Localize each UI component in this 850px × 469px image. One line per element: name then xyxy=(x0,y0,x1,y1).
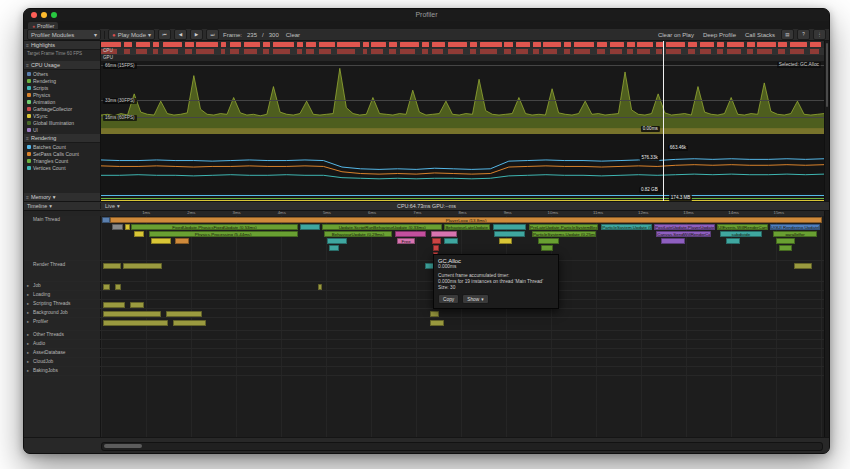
frame-block[interactable] xyxy=(136,42,150,47)
frame-block[interactable] xyxy=(273,42,294,47)
flame-segment[interactable]: UIEvents.WillRenderCanvases (0.2ms) xyxy=(717,224,768,230)
frame-block[interactable] xyxy=(400,42,419,47)
flame-segment[interactable] xyxy=(103,320,168,326)
flame-segment[interactable] xyxy=(115,284,121,290)
frame-block[interactable] xyxy=(778,42,787,47)
flame-segment[interactable]: subdivide xyxy=(720,231,762,237)
live-dropdown[interactable]: Live ▾ xyxy=(101,203,124,209)
flame-segment[interactable] xyxy=(329,245,339,251)
flame-segment[interactable] xyxy=(541,245,553,251)
profiler-modules-dropdown[interactable]: Profiler Modules ▾ xyxy=(27,29,101,40)
legend-item[interactable]: Others xyxy=(24,70,100,77)
legend-item[interactable]: Batches Count xyxy=(24,143,100,150)
chevron-right-icon[interactable]: ▸ xyxy=(27,283,31,288)
frame-block[interactable] xyxy=(196,42,218,47)
flame-segment[interactable]: Free xyxy=(397,238,414,244)
flame-segment[interactable] xyxy=(112,224,124,230)
flame-segment[interactable]: UGUI.Rendering.UpdateBatches (0.27ms) xyxy=(770,224,821,230)
frame-block[interactable] xyxy=(153,42,159,47)
flame-segment[interactable] xyxy=(103,302,125,308)
frame-block[interactable] xyxy=(432,42,445,47)
flame-segment[interactable] xyxy=(327,238,347,244)
frame-block[interactable] xyxy=(185,42,194,47)
thread-label[interactable]: ▸Audio xyxy=(24,340,101,348)
frame-block[interactable] xyxy=(470,42,477,47)
frame-block[interactable] xyxy=(810,42,822,47)
legend-item[interactable]: Global Illumination xyxy=(24,119,100,126)
cpu-usage-chart[interactable]: 66ms (15FPS)33ms (30FPS)16ms (60FPS) xyxy=(101,61,824,135)
frame-block[interactable] xyxy=(688,42,697,47)
frame-block[interactable] xyxy=(666,42,685,47)
frame-block[interactable] xyxy=(448,42,467,47)
flame-segment[interactable] xyxy=(318,284,322,290)
flame-segment[interactable]: Canvas.SendWillRenderCanvases (0.2ms) xyxy=(656,231,711,237)
legend-item[interactable]: Vertices Count xyxy=(24,164,100,171)
legend-item[interactable]: Triangles Count xyxy=(24,157,100,164)
legend-item[interactable]: VSync xyxy=(24,112,100,119)
thread-label[interactable]: ▸Loading xyxy=(24,291,101,299)
first-frame-button[interactable]: ⏮ xyxy=(158,29,171,40)
frame-block[interactable] xyxy=(574,42,594,47)
legend-item[interactable]: UI xyxy=(24,126,100,133)
frame-block[interactable] xyxy=(244,42,260,47)
thread-label[interactable]: ▸Job xyxy=(24,282,101,290)
flame-segment[interactable] xyxy=(175,238,189,244)
chevron-right-icon[interactable]: ▸ xyxy=(27,332,31,337)
vertical-scrollbar[interactable] xyxy=(824,41,829,438)
flame-segment[interactable]: parallelfor xyxy=(773,231,816,237)
frame-block[interactable] xyxy=(597,42,607,47)
minimize-button[interactable] xyxy=(41,12,47,18)
horizontal-scrollbar-thumb[interactable] xyxy=(104,444,142,448)
flame-segment[interactable] xyxy=(726,238,740,244)
flame-segment[interactable]: FixedUpdate.PhysicsFixedUpdate (0.53ms) xyxy=(131,224,297,230)
frame-block[interactable] xyxy=(124,42,132,47)
thread-label[interactable]: ▸Other Threads xyxy=(24,331,101,339)
thread-label[interactable]: ▸BakingJobs xyxy=(24,367,101,375)
frame-block[interactable] xyxy=(700,42,714,47)
frame-block[interactable] xyxy=(297,42,303,47)
flame-segment[interactable] xyxy=(166,311,202,317)
thread-label[interactable]: ▸AssetDatabase xyxy=(24,349,101,357)
thread-track[interactable] xyxy=(101,318,824,330)
tab-profiler[interactable]: ● Profiler xyxy=(28,22,58,29)
flame-segment[interactable]: BehaviourUpdate (0.29ms) xyxy=(324,231,391,237)
thread-label[interactable]: Render Thread xyxy=(24,261,101,281)
frame-block[interactable] xyxy=(727,42,744,47)
play-mode-dropdown[interactable]: ● Play Mode ▾ xyxy=(108,29,155,40)
thread-track[interactable] xyxy=(101,367,824,375)
tooltip-copy-button[interactable]: Copy xyxy=(438,294,459,304)
flame-segment[interactable] xyxy=(432,238,441,244)
frame-block[interactable] xyxy=(627,42,634,47)
legend-item[interactable]: GarbageCollector xyxy=(24,105,100,112)
flame-segment[interactable]: Physics.Processing (5.44ms) xyxy=(149,231,298,237)
frame-block[interactable] xyxy=(610,42,624,47)
thread-track[interactable] xyxy=(101,309,824,317)
frame-block[interactable] xyxy=(637,42,653,47)
flame-segment[interactable] xyxy=(538,238,560,244)
flame-segment[interactable]: ParticleSystems.Update (0.25ms) xyxy=(532,231,596,237)
chevron-right-icon[interactable]: ▸ xyxy=(27,359,31,364)
chevron-right-icon[interactable]: ▸ xyxy=(27,310,31,315)
frame-block[interactable] xyxy=(480,42,502,47)
help-icon[interactable]: ? xyxy=(797,29,810,40)
memory-chart[interactable] xyxy=(101,193,824,201)
thread-label[interactable]: ▸Profiler xyxy=(24,318,101,330)
flame-segment[interactable]: ParticleSystem.Update (0.2ms) xyxy=(601,224,652,230)
clear-button[interactable]: Clear xyxy=(283,30,303,39)
frame-block[interactable] xyxy=(533,42,540,47)
flame-segment[interactable] xyxy=(433,245,440,251)
frame-block[interactable] xyxy=(306,42,317,47)
flame-segment[interactable] xyxy=(493,224,526,230)
thread-label[interactable]: ▸CloudJob xyxy=(24,358,101,366)
legend-item[interactable]: Scripts xyxy=(24,84,100,91)
frame-block[interactable] xyxy=(389,42,398,47)
frame-block[interactable] xyxy=(422,42,429,47)
flame-segment[interactable] xyxy=(125,224,130,230)
frame-block[interactable] xyxy=(101,42,121,47)
flame-segment[interactable] xyxy=(430,320,444,326)
thread-label[interactable]: ▸Background Job xyxy=(24,309,101,317)
flame-segment[interactable] xyxy=(776,238,795,244)
frame-block[interactable] xyxy=(747,42,754,47)
horizontal-scrollbar[interactable] xyxy=(101,442,823,451)
flame-segment[interactable] xyxy=(430,311,439,317)
